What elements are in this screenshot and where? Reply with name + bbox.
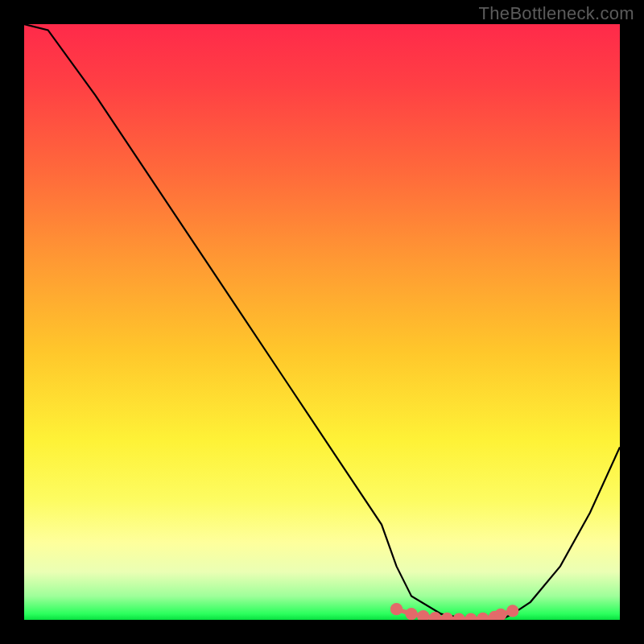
flat-zone-dot <box>477 613 489 620</box>
flat-zone-dots <box>390 603 519 620</box>
flat-zone-dot <box>506 605 518 617</box>
plot-area <box>24 24 620 620</box>
watermark-text: TheBottleneck.com <box>479 3 634 24</box>
flat-zone-dot <box>417 610 429 620</box>
bottleneck-curve-line <box>24 24 620 620</box>
flat-zone-dot <box>405 608 417 620</box>
flat-zone-dot <box>494 609 506 620</box>
chart-frame: TheBottleneck.com <box>0 0 644 644</box>
chart-svg <box>24 24 620 620</box>
flat-zone-dot <box>464 613 477 620</box>
flat-zone-dot <box>390 603 402 615</box>
flat-zone-dot <box>453 613 465 620</box>
